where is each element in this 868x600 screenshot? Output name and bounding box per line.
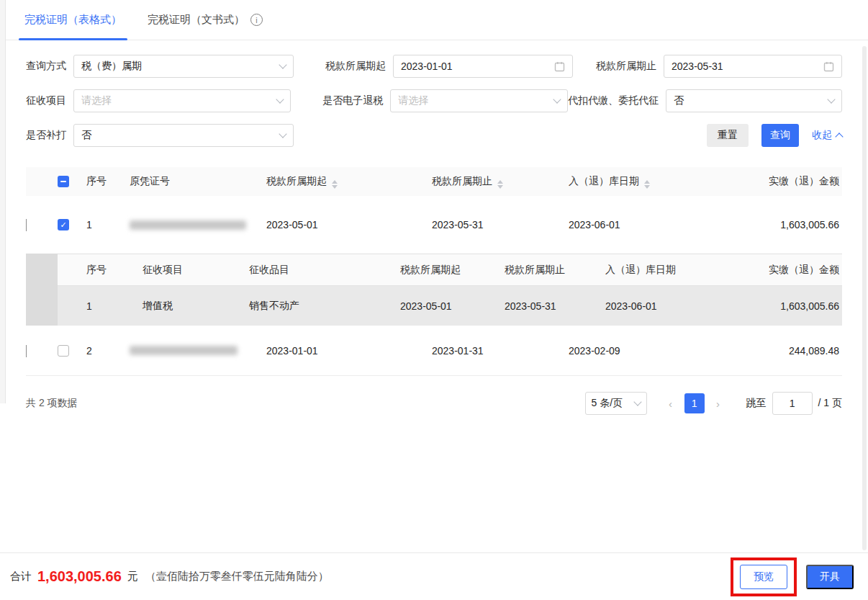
reprint-label: 是否补打 [26,129,66,142]
reprint-select[interactable]: 否 [73,124,294,147]
chevron-down-icon [26,219,27,231]
row-amount: 1,603,005.66 [713,219,842,230]
row-period-start: 2023-01-01 [266,345,432,357]
reprint-value: 否 [81,129,91,142]
period-start-datepicker[interactable]: 2023-01-01 [393,55,573,78]
page-size-value: 5 条/页 [592,397,623,410]
header-period-start[interactable]: 税款所属期起 [266,175,432,189]
chevron-down-icon [827,95,835,103]
select-all-checkbox[interactable] [58,176,69,187]
period-end-value: 2023-05-31 [672,61,723,72]
info-icon[interactable]: i [250,14,263,26]
header-period-end[interactable]: 税款所属期止 [432,175,569,189]
query-mode-value: 税（费）属期 [81,60,142,73]
detail-storage-date: 2023-06-01 [605,300,706,312]
row-seq: 2 [86,345,130,357]
next-page-button[interactable]: › [707,398,729,410]
sort-icon[interactable] [644,180,650,189]
reset-button[interactable]: 重置 [707,124,749,147]
page: 完税证明（表格式） 完税证明（文书式） i 查询方式 税（费）属期 税款所属期起… [0,0,868,600]
row-voucher [130,220,266,230]
chevron-down-icon [279,61,286,68]
withholding-label: 代扣代缴、委托代征 [568,94,659,107]
filter-row-2: 征收项目 请选择 是否电子退税 请选择 代扣代缴、委托代征 否 [26,89,842,112]
header-period-end-label: 税款所属期止 [432,175,492,187]
query-button[interactable]: 查询 [761,124,799,147]
e-refund-placeholder: 请选择 [398,94,428,107]
detail-period-end: 2023-05-31 [505,300,605,312]
row-expand-toggle[interactable] [26,219,58,230]
page-size-select[interactable]: 5 条/页 [585,392,647,415]
detail-header-storage-date: 入（退）库日期 [605,264,706,277]
total-amount: 1,603,005.66 [37,568,122,585]
issue-button[interactable]: 开具 [806,565,854,589]
collapse-label: 收起 [812,129,832,142]
levy-item-select[interactable]: 请选择 [73,89,291,112]
footer-buttons: 预览 开具 [731,558,854,596]
filter-form: 查询方式 税（费）属期 税款所属期起 2023-01-01 税款所属期止 202… [0,40,868,147]
left-edge-strip [0,0,6,403]
e-refund-label: 是否电子退税 [322,94,383,107]
prev-page-button[interactable]: ‹ [660,398,682,410]
row-expand-toggle[interactable] [26,345,58,357]
detail-seq: 1 [58,300,143,312]
row-select [58,219,86,230]
tab-tax-certificate-table[interactable]: 完税证明（表格式） [12,0,135,40]
jump-label: 跳至 [746,397,767,410]
period-start-label: 税款所属期起 [325,60,386,73]
current-page-button[interactable]: 1 [684,393,705,413]
total-unit: 元 [127,570,138,583]
row-checkbox[interactable] [58,219,69,230]
tab-tax-certificate-document[interactable]: 完税证明（文书式） i [135,0,276,40]
query-mode-select[interactable]: 税（费）属期 [73,55,294,78]
tab-bar: 完税证明（表格式） 完税证明（文书式） i [0,0,868,40]
tab-label: 完税证明（文书式） [148,13,245,27]
redacted-voucher-number [130,346,238,355]
detail-period-start: 2023-05-01 [400,300,505,312]
levy-item-placeholder: 请选择 [81,94,112,107]
detail-header-item: 征收项目 [143,264,249,277]
header-voucher: 原凭证号 [130,175,266,188]
chevron-up-icon [835,133,843,140]
period-end-datepicker[interactable]: 2023-05-31 [664,55,842,78]
sort-icon[interactable] [332,180,338,189]
table-row[interactable]: 2 2023-01-01 2023-01-31 2023-02-09 244,0… [26,326,842,376]
row-amount: 244,089.48 [713,345,842,357]
pagination-controls: 5 条/页 ‹ 1 › 跳至 / 1 页 [585,392,842,415]
tab-label: 完税证明（表格式） [24,13,122,27]
detail-sub-item: 销售不动产 [249,300,400,313]
header-amount: 实缴（退）金额 [713,175,842,188]
preview-button[interactable]: 预览 [740,565,787,589]
chevron-down-icon [279,130,286,138]
detail-header-seq: 序号 [58,264,143,277]
calendar-icon [554,61,565,72]
chevron-down-icon [553,95,561,103]
row-checkbox[interactable] [58,345,69,357]
withholding-value: 否 [674,94,684,107]
detail-header-period-end: 税款所属期止 [505,264,605,277]
e-refund-select[interactable]: 请选择 [390,89,568,112]
sort-icon[interactable] [497,180,503,189]
row-storage-date: 2023-02-09 [569,345,713,357]
footer-bar: 合计 1,603,005.66 元 （壹佰陆拾万零叁仟零伍元陆角陆分） 预览 开… [0,552,868,600]
jump-page-input[interactable] [772,392,813,415]
filter-row-1: 查询方式 税（费）属期 税款所属期起 2023-01-01 税款所属期止 202… [26,55,842,78]
period-end-label: 税款所属期止 [596,60,656,73]
amount-in-words: （壹佰陆拾万零叁仟零伍元陆角陆分） [145,570,329,583]
header-select-all [58,176,86,187]
total-count-text: 共 2 项数据 [26,397,78,410]
detail-table: 序号 征收项目 征收品目 税款所属期起 税款所属期止 入（退）库日期 实缴（退）… [58,254,842,326]
calendar-icon [823,61,834,72]
vertical-scrollbar[interactable] [862,46,867,550]
header-storage-date-label: 入（退）库日期 [569,175,639,187]
withholding-select[interactable]: 否 [666,89,842,112]
header-storage-date[interactable]: 入（退）库日期 [569,175,713,189]
detail-header-amount: 实缴（退）金额 [706,264,842,277]
row-seq: 1 [86,219,130,230]
detail-amount: 1,603,005.66 [706,300,842,312]
redacted-voucher-number [130,220,246,230]
header-seq: 序号 [86,175,130,188]
query-mode-label: 查询方式 [26,60,66,73]
collapse-link[interactable]: 收起 [812,129,842,142]
table-row[interactable]: 1 2023-05-01 2023-05-31 2023-06-01 1,603… [26,196,842,254]
